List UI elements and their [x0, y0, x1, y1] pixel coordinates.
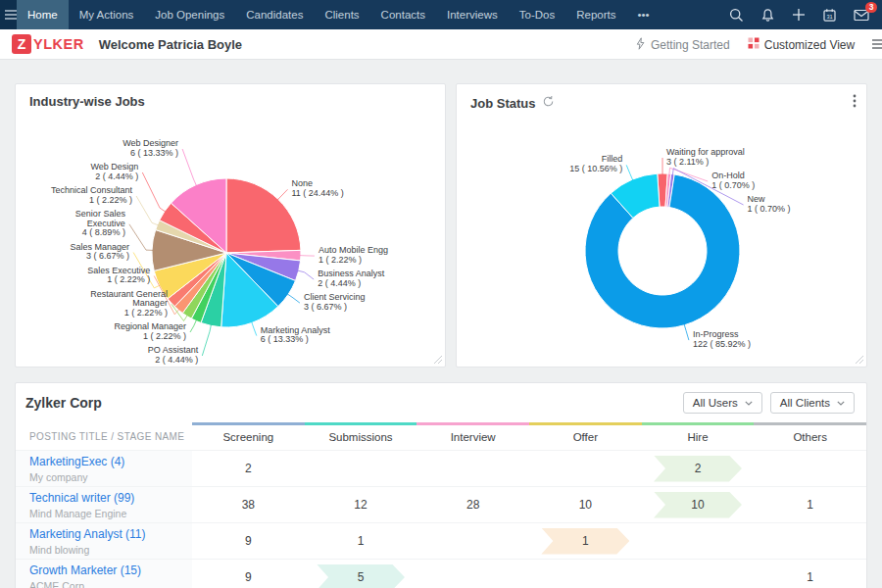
label-leader-line [684, 324, 689, 340]
card-menu-kebab-icon[interactable] [853, 94, 857, 112]
job-posting-link[interactable]: Technical writer (99) [29, 491, 134, 505]
job-posting-link[interactable]: Marketing Analyst (11) [29, 527, 146, 541]
slice-label: Restaurant GeneralManager1 ( 2.22% ) [90, 289, 168, 318]
slice-label: Technical Consultant1 ( 2.22% ) [51, 185, 133, 205]
stage-count-cell-offer [529, 450, 642, 486]
nav-item-contacts[interactable]: Contacts [370, 0, 436, 29]
search-icon[interactable] [729, 8, 744, 23]
stage-count-cell-screening: 2 [192, 450, 305, 486]
navbar-icons: 31 3 [729, 0, 882, 29]
column-header-offer: Offer [529, 425, 642, 450]
job-posting-link[interactable]: Growth Marketer (15) [29, 564, 141, 577]
add-new-icon[interactable] [792, 8, 806, 22]
grid-view-icon [748, 37, 760, 52]
job-company-name: Mind blowing [29, 544, 89, 556]
stage-count-cell-submissions: 1 [305, 522, 417, 559]
label-leader-line [626, 165, 633, 180]
column-header-hire: Hire [642, 425, 755, 450]
slice-label: Sales Manager3 ( 6.67% ) [71, 242, 130, 262]
stage-count-cell-hire: 2 [642, 450, 755, 486]
job-posting-cell: Growth Marketer (15)ACME Corp. [16, 559, 192, 588]
label-leader-line [129, 224, 153, 251]
stage-count-cell-interview [416, 559, 529, 588]
pipeline-title: Zylker Corp [25, 395, 102, 411]
job-posting-link[interactable]: MarketingExec (4) [29, 455, 124, 468]
lightning-icon [635, 37, 646, 53]
stage-count-cell-submissions [305, 450, 417, 486]
job-company-name: ACME Corp. [29, 580, 87, 588]
job-posting-cell: Technical writer (99)Mind Manage Engine [16, 486, 192, 522]
logo-z-mark: Z [12, 34, 31, 54]
navbar-spacer [661, 0, 729, 29]
hamburger-icon [5, 6, 17, 24]
stage-count-cell-others [754, 450, 866, 486]
stage-name-header: POSTING TITLE / STAGE NAME [16, 425, 192, 450]
label-leader-line [252, 322, 257, 336]
calendar-icon[interactable]: 31 [822, 8, 837, 23]
getting-started-link[interactable]: Getting Started [635, 37, 730, 53]
slice-label: Business Analyst2 ( 4.44% ) [318, 269, 385, 288]
pipeline-filters: All Users All Clients [683, 392, 855, 414]
nav-item-home[interactable]: Home [17, 0, 69, 29]
stage-highlight-arrow: 1 [541, 528, 629, 555]
stage-highlight-arrow: 2 [654, 456, 742, 482]
nav-item-reports[interactable]: Reports [565, 0, 626, 29]
notifications-bell-icon[interactable] [760, 8, 775, 23]
industry-jobs-title: Industry-wise Jobs [29, 94, 145, 109]
label-leader-line [182, 149, 196, 186]
slice-none[interactable] [226, 178, 301, 253]
chevron-down-icon [745, 401, 753, 406]
column-header-submissions: Submissions [305, 425, 417, 450]
stage-count-cell-others: 1 [754, 559, 866, 588]
slice-label: Sales Executive1 ( 2.22% ) [87, 266, 150, 285]
label-leader-line [136, 196, 158, 225]
job-status-card: Job Status Filled15 ( 10.56% )Waiting fo… [456, 83, 867, 368]
dashboard-page: HomeMy ActionsJob OpeningsCandidatesClie… [0, 0, 882, 588]
nav-item-job-openings[interactable]: Job Openings [144, 0, 235, 29]
classic-view-button[interactable]: Classic View [872, 38, 882, 52]
app-header: Z YLKER Welcome Patricia Boyle Getting S… [0, 29, 882, 60]
column-header-screening: Screening [192, 425, 305, 450]
stage-count-cell-interview [416, 522, 529, 559]
mail-icon[interactable]: 3 [854, 9, 869, 22]
users-filter-dropdown[interactable]: All Users [683, 392, 762, 414]
nav-item-my-actions[interactable]: My Actions [69, 0, 145, 29]
stage-count-cell-hire: 10 [642, 486, 755, 522]
job-posting-cell: Marketing Analyst (11)Mind blowing [16, 522, 192, 559]
customized-view-button[interactable]: Customized View [748, 37, 855, 52]
stage-highlight-arrow: 10 [654, 492, 742, 518]
column-header-interview: Interview [416, 425, 529, 450]
slice-label: Senior SalesExecutive4 ( 8.89% ) [75, 209, 126, 237]
job-status-title: Job Status [470, 96, 535, 111]
industry-wise-jobs-card: Industry-wise Jobs Web Designer6 ( 13.33… [15, 83, 446, 368]
slice-label: Web Designer6 ( 13.33% ) [122, 138, 178, 158]
stage-count-cell-interview [416, 450, 529, 486]
stage-highlight-arrow: 5 [317, 564, 405, 588]
hamburger-menu-button[interactable] [0, 0, 17, 29]
stage-count-cell-hire [642, 559, 755, 588]
stage-count-cell-submissions: 12 [305, 486, 417, 522]
refresh-icon[interactable] [542, 94, 555, 112]
nav-item-candidates[interactable]: Candidates [235, 0, 314, 29]
top-navbar: HomeMy ActionsJob OpeningsCandidatesClie… [0, 0, 882, 29]
stage-count-cell-offer: 1 [529, 522, 642, 559]
slice-label: In-Progress122 ( 85.92% ) [693, 329, 751, 349]
stage-count-cell-others [754, 522, 866, 559]
stage-count-cell-interview: 28 [416, 486, 529, 522]
stage-count-cell-hire [642, 522, 755, 559]
nav-item-to-dos[interactable]: To-Dos [509, 0, 565, 29]
slice-label: Auto Mobile Engg1 ( 2.22% ) [318, 245, 388, 265]
nav-item-item[interactable]: ••• [627, 0, 661, 29]
label-leader-line [298, 270, 314, 279]
label-leader-line [142, 172, 166, 212]
stage-count-cell-offer [529, 559, 642, 588]
navbar-items: HomeMy ActionsJob OpeningsCandidatesClie… [17, 0, 661, 29]
nav-item-clients[interactable]: Clients [314, 0, 369, 29]
nav-item-interviews[interactable]: Interviews [436, 0, 509, 29]
svg-text:31: 31 [826, 14, 832, 20]
clients-filter-dropdown[interactable]: All Clients [770, 392, 855, 414]
stage-count-cell-screening: 38 [192, 486, 305, 522]
job-company-name: My company [29, 471, 88, 483]
slice-label: On-Hold1 ( 0.70% ) [711, 171, 755, 190]
slice-label: Waiting for approval3 ( 2.11% ) [666, 147, 745, 167]
